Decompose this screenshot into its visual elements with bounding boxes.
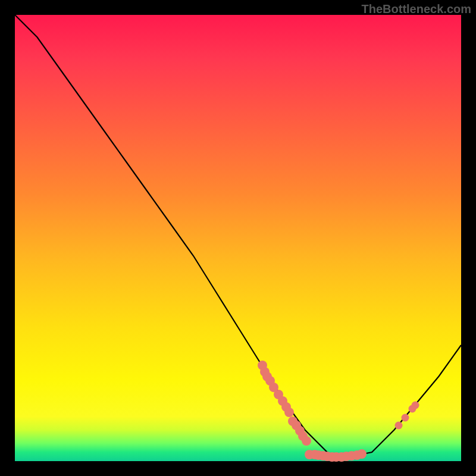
bottleneck-curve: [15, 15, 461, 457]
data-point-marker: [284, 408, 294, 417]
data-point-marker: [302, 436, 311, 446]
data-point-marker: [402, 414, 409, 421]
watermark-text: TheBottleneck.com: [362, 2, 471, 16]
plot-area: [15, 15, 461, 461]
curve-svg: [15, 15, 461, 461]
data-point-marker: [411, 401, 419, 409]
data-point-marker: [357, 449, 367, 459]
data-point-marker: [395, 422, 403, 430]
